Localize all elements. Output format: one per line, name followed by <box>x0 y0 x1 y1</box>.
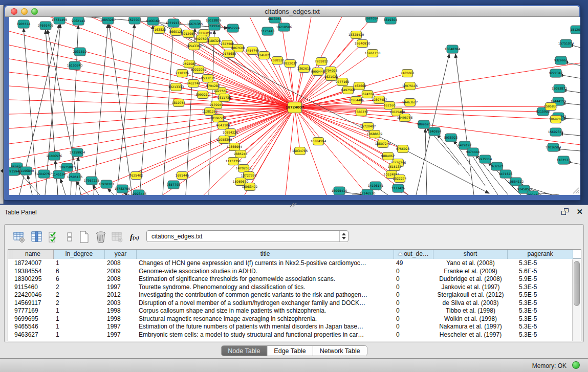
table-row[interactable]: 1938455462009Genome-wide association stu… <box>8 268 572 276</box>
network-node[interactable]: 17359924 <box>70 148 85 157</box>
network-node[interactable]: 9474444 <box>466 148 480 157</box>
network-node[interactable]: 9857795 <box>167 181 181 189</box>
network-view-window[interactable]: citations_edges.txt 19055742769140616731… <box>4 5 581 201</box>
column-header-short[interactable]: short <box>433 250 508 259</box>
network-node[interactable]: 7857224 <box>226 24 240 33</box>
network-node[interactable]: 9756928 <box>396 145 410 154</box>
row-height-icon[interactable] <box>62 230 77 244</box>
network-node[interactable]: 12093872 <box>552 84 568 93</box>
network-node[interactable]: 16150340 <box>67 61 83 70</box>
network-node[interactable]: 17957225 <box>84 177 100 185</box>
table-row[interactable]: 1872400712008Changes of HCN gene express… <box>8 259 572 268</box>
table-column-icon[interactable] <box>30 230 44 244</box>
scrollbar-thumb[interactable] <box>574 261 580 306</box>
network-node[interactable]: 10958107 <box>99 180 115 189</box>
network-node[interactable]: 16648784 <box>445 45 461 54</box>
network-node[interactable]: 20206576 <box>47 152 62 161</box>
network-node[interactable]: 18325419 <box>349 31 364 39</box>
network-node[interactable]: 1527003 <box>128 17 142 25</box>
network-node[interactable]: 16033809 <box>206 17 222 25</box>
network-node[interactable]: 10688639 <box>367 130 383 139</box>
network-node[interactable]: 2935114 <box>478 155 492 164</box>
network-node[interactable]: 9329966 <box>554 56 568 65</box>
network-node[interactable]: 8938923 <box>444 134 458 142</box>
network-node[interactable]: 12923446 <box>131 190 147 195</box>
network-node[interactable]: 2687054 <box>365 17 379 23</box>
network-node[interactable]: 9794280 <box>206 82 220 91</box>
column-header-in_degree[interactable]: in_degree <box>54 250 105 259</box>
network-node[interactable]: 9884067 <box>381 152 395 161</box>
network-node[interactable]: 17016504 <box>546 143 561 152</box>
network-node[interactable]: 10719134 <box>166 19 182 28</box>
network-node[interactable]: 2718126 <box>176 70 189 78</box>
network-node[interactable]: 7386372 <box>355 108 368 117</box>
network-node[interactable]: 1733426 <box>391 184 405 193</box>
network-node[interactable]: 10022036 <box>191 66 207 74</box>
network-node[interactable]: 1092450 <box>526 191 540 195</box>
network-node[interactable]: 9777169 <box>336 78 350 86</box>
network-node[interactable]: 10853287 <box>100 17 116 25</box>
table-panel-titlebar[interactable]: Table Panel ✕ <box>0 205 588 219</box>
network-node[interactable]: 9311736 <box>217 94 231 102</box>
network-node[interactable]: 7632621 <box>490 162 504 171</box>
network-node[interactable]: 18807249 <box>375 140 391 148</box>
network-node[interactable]: 2522274 <box>393 175 407 183</box>
network-node[interactable]: 6497568 <box>341 86 355 95</box>
column-header-out_de…[interactable]: out_de… <box>394 250 433 259</box>
table-row[interactable]: 946554611997Estimation of the future num… <box>8 323 572 331</box>
network-node[interactable]: 12213333 <box>168 83 184 92</box>
network-node[interactable]: 8660123 <box>169 28 183 36</box>
column-header-name[interactable]: name <box>12 250 54 259</box>
network-node[interactable]: 1362615 <box>297 65 311 73</box>
column-header-year[interactable]: year <box>105 250 137 259</box>
network-node[interactable]: 10654112 <box>508 178 524 186</box>
network-node[interactable]: 1905574 <box>17 20 31 29</box>
resize-grip[interactable] <box>571 187 579 194</box>
network-node[interactable]: 11058390 <box>216 136 232 144</box>
network-node[interactable]: 1691445 <box>176 172 189 180</box>
network-node[interactable]: 16983402 <box>242 183 258 191</box>
network-canvas[interactable]: 1905574276914061673145590621431085328715… <box>9 17 580 195</box>
table-row[interactable]: 969969511998Structural magnetic resonanc… <box>8 315 572 323</box>
network-node[interactable]: 1167533 <box>557 156 571 165</box>
table-row[interactable]: 977716911998Corpus callosum shape and si… <box>8 307 572 315</box>
network-node[interactable]: 9990448 <box>311 68 325 76</box>
network-node[interactable]: 18724007 <box>286 102 304 114</box>
tab-node-table[interactable]: Node Table <box>221 346 267 356</box>
network-node[interactable]: 8912954 <box>182 30 195 38</box>
network-node[interactable]: 1125443 <box>261 27 275 36</box>
network-node[interactable]: 1588520 <box>271 57 285 65</box>
network-node[interactable]: 15034785 <box>292 147 308 156</box>
network-node[interactable]: 7163822 <box>153 26 166 34</box>
tab-edge-table[interactable]: Edge Table <box>267 346 313 356</box>
network-node[interactable]: 11156849 <box>18 167 34 176</box>
select-rows-check-icon[interactable] <box>47 230 61 244</box>
table-scrollbar[interactable] <box>572 259 581 341</box>
network-node[interactable]: 14463627 <box>402 99 418 107</box>
network-node[interactable]: 20564486 <box>349 97 364 105</box>
network-node[interactable]: 16961758 <box>365 50 381 58</box>
network-node[interactable]: 9062143 <box>72 17 85 26</box>
network-node[interactable]: 18640910 <box>355 40 371 48</box>
memory-ok-indicator-icon[interactable] <box>572 361 580 369</box>
network-node[interactable]: 15720407 <box>360 123 376 131</box>
network-node[interactable]: 15751074 <box>558 39 574 48</box>
network-node[interactable]: 12975115 <box>402 82 418 91</box>
network-node[interactable]: 7955812 <box>315 58 329 66</box>
network-node[interactable]: 27691406 <box>38 21 54 30</box>
network-node[interactable]: 1595836 <box>544 103 558 111</box>
network-node[interactable]: 8990210 <box>196 91 210 99</box>
panel-collapse-arrow-icon[interactable] <box>1 169 3 173</box>
network-node[interactable]: 8533738 <box>201 75 215 83</box>
table-row[interactable]: 911546021997Tourette syndrome. Phenomeno… <box>8 283 572 292</box>
network-node[interactable]: 19218596 <box>276 23 292 32</box>
network-node[interactable]: 14196141 <box>368 182 384 190</box>
network-node[interactable]: 15495786 <box>397 114 413 122</box>
network-node[interactable]: 8813054 <box>268 17 282 24</box>
window-titlebar[interactable]: citations_edges.txt <box>5 6 579 17</box>
network-node[interactable]: 9227342 <box>549 69 563 78</box>
column-header-pagerank[interactable]: pagerank <box>508 250 573 259</box>
network-node[interactable]: 1840954 <box>428 127 442 136</box>
table-settings-icon[interactable] <box>12 230 26 244</box>
network-node[interactable]: 15692371 <box>548 128 564 137</box>
